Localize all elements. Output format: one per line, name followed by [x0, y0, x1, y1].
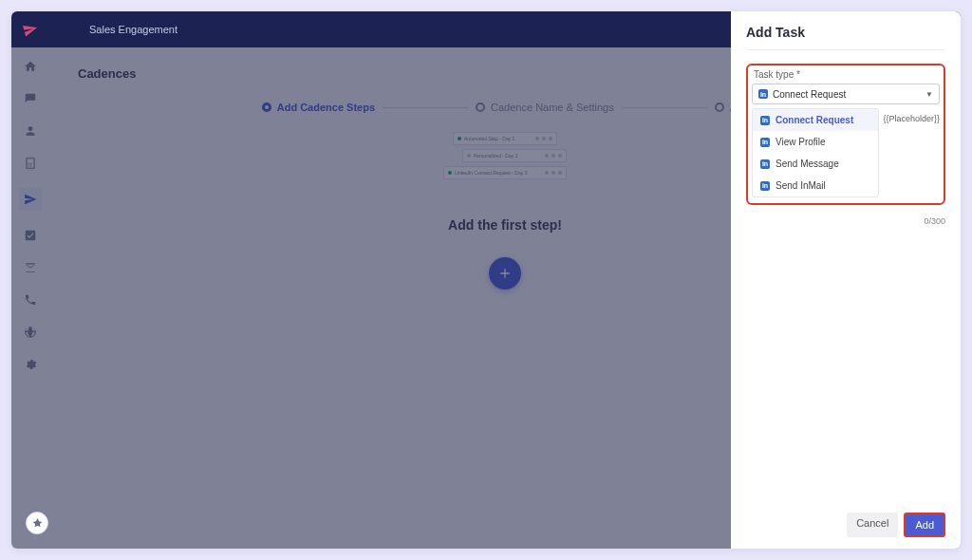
cadence-icon[interactable]: [19, 188, 42, 211]
panel-title: Add Task: [746, 25, 945, 50]
app-logo-icon: [21, 20, 40, 39]
task-type-highlight: Task type * in Connect Request ▼ in Conn…: [746, 64, 945, 205]
step-label: Cadence Name & Settings: [491, 102, 614, 113]
mail-icon[interactable]: [23, 260, 38, 275]
placeholder-tag[interactable]: {{Placeholder}}: [879, 108, 940, 197]
option-send-message[interactable]: in Send Message: [753, 153, 878, 175]
char-counter: 0/300: [746, 216, 945, 226]
topbar-title: Sales Engagement: [89, 24, 178, 35]
option-label: View Profile: [776, 137, 826, 147]
building-icon[interactable]: [23, 156, 38, 171]
sidebar: [11, 47, 49, 549]
chevron-down-icon: ▼: [925, 90, 933, 99]
home-icon[interactable]: [23, 59, 38, 74]
linkedin-icon: in: [760, 116, 770, 125]
linkedin-icon: in: [758, 89, 768, 99]
phone-icon[interactable]: [23, 292, 38, 308]
step-add-cadence[interactable]: Add Cadence Steps: [262, 102, 375, 113]
tasks-icon[interactable]: [23, 228, 38, 243]
option-label: Send InMail: [776, 180, 826, 191]
linkedin-icon: in: [760, 159, 770, 169]
option-view-profile[interactable]: in View Profile: [753, 131, 878, 153]
task-type-select[interactable]: in Connect Request ▼: [752, 84, 940, 104]
step-label: Add Cadence Steps: [277, 102, 375, 113]
select-value: Connect Request: [773, 89, 846, 100]
option-label: Send Message: [776, 159, 839, 169]
linkedin-icon: in: [760, 138, 770, 147]
user-icon[interactable]: [23, 123, 38, 139]
inbox-icon[interactable]: [23, 91, 38, 106]
task-type-label: Task type *: [752, 69, 940, 80]
option-label: Connect Request: [776, 115, 853, 125]
launch-icon[interactable]: [26, 512, 48, 534]
mini-row: Personalized - Day 2: [462, 149, 567, 162]
step-name-settings[interactable]: Cadence Name & Settings: [476, 102, 614, 113]
add-button[interactable]: Add: [904, 513, 945, 537]
mini-row: LinkedIn Connect Request - Day 3: [443, 166, 567, 179]
globe-icon[interactable]: [23, 325, 38, 340]
linkedin-icon: in: [760, 181, 770, 191]
add-task-panel: Add Task Task type * in Connect Request …: [731, 11, 961, 549]
mini-row: Automated Step - Day 1: [453, 132, 557, 145]
settings-icon[interactable]: [23, 357, 38, 372]
add-step-button[interactable]: [489, 257, 521, 289]
option-send-inmail[interactable]: in Send InMail: [753, 175, 878, 196]
option-connect-request[interactable]: in Connect Request: [753, 109, 878, 131]
task-type-dropdown: in Connect Request in View Profile in Se…: [752, 108, 879, 197]
cancel-button[interactable]: Cancel: [847, 513, 898, 537]
